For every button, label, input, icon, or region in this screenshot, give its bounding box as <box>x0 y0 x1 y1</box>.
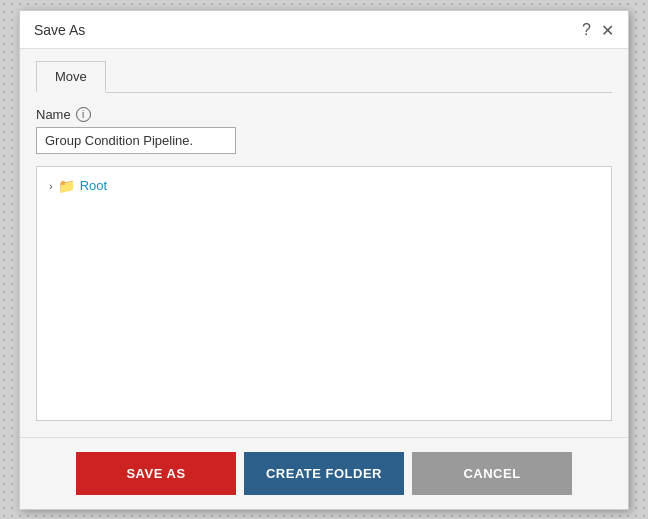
tree-item-root[interactable]: › 📁 Root <box>45 175 603 197</box>
folder-tree: › 📁 Root <box>36 166 612 421</box>
name-section: Name i <box>36 107 612 154</box>
close-icon[interactable]: ✕ <box>601 21 614 40</box>
name-label: Name i <box>36 107 612 122</box>
info-icon: i <box>76 107 91 122</box>
create-folder-button[interactable]: CREATE FOLDER <box>244 452 404 495</box>
dialog-body: Move Name i › 📁 Root <box>20 49 628 437</box>
save-as-button[interactable]: SAVE AS <box>76 452 236 495</box>
help-icon[interactable]: ? <box>582 21 591 39</box>
tree-item-label: Root <box>80 178 107 193</box>
tabs-bar: Move <box>36 61 612 93</box>
tab-move[interactable]: Move <box>36 61 106 93</box>
name-input[interactable] <box>36 127 236 154</box>
dialog-titlebar: Save As ? ✕ <box>20 11 628 49</box>
chevron-right-icon: › <box>49 180 53 192</box>
folder-icon: 📁 <box>58 178 75 194</box>
dialog-title: Save As <box>34 22 85 38</box>
titlebar-icons: ? ✕ <box>582 21 614 40</box>
cancel-button[interactable]: CANCEL <box>412 452 572 495</box>
dialog-footer: SAVE AS CREATE FOLDER CANCEL <box>20 437 628 509</box>
save-as-dialog: Save As ? ✕ Move Name i › 📁 Root <box>19 10 629 510</box>
